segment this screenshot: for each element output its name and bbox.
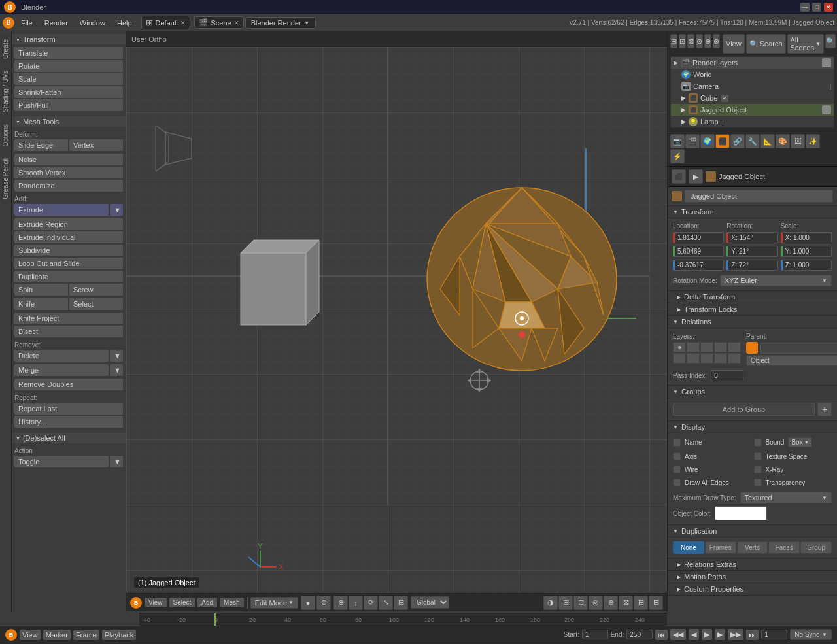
cursor-icon[interactable]: ⊕	[333, 596, 348, 610]
layer-8[interactable]	[700, 353, 713, 364]
search-icon-btn[interactable]: 🔍	[825, 34, 836, 48]
render-icon-8[interactable]: ⊟	[649, 596, 663, 610]
loop-cut-button[interactable]: Loop Cut and Slide	[14, 258, 123, 269]
knife-project-button[interactable]: Knife Project	[14, 313, 123, 324]
jump-end-button[interactable]: ⏭	[746, 630, 759, 640]
render-engine-selector[interactable]: Blender Render ▼	[245, 17, 316, 29]
duplication-header[interactable]: ▼ Duplication	[668, 525, 837, 537]
tree-item-jagged[interactable]: ▶ ⬛ Jagged Object	[671, 104, 834, 116]
parent-input[interactable]	[760, 343, 837, 354]
shrink-fatten-button[interactable]: Shrink/Fatten	[14, 86, 123, 98]
layer-4[interactable]	[714, 342, 727, 352]
extrude-dropdown[interactable]: ▼	[110, 204, 123, 216]
subdivide-button[interactable]: Subdivide	[14, 245, 123, 256]
rotation-mode-selector[interactable]: XYZ Euler ▼	[720, 275, 832, 286]
menu-file[interactable]: File	[16, 18, 38, 28]
global-selector[interactable]: Global	[411, 596, 449, 609]
motion-paths-header[interactable]: ▶ Motion Paths	[668, 571, 837, 583]
toggle-dropdown[interactable]: ▼	[110, 456, 123, 467]
select-button[interactable]: Select	[69, 298, 123, 310]
tree-item-cube[interactable]: ▶ ⬛ Cube ✔	[671, 92, 834, 104]
rot-y-field[interactable]: Y: 21°	[726, 246, 777, 257]
axis-checkbox[interactable]	[673, 452, 681, 460]
groups-header[interactable]: ▼ Groups	[668, 386, 837, 398]
delta-transform-header[interactable]: ▶ Delta Transform	[668, 291, 837, 303]
close-button[interactable]: ✕	[824, 3, 833, 12]
select-button-vp[interactable]: Select	[169, 598, 196, 607]
prop-icon-physics[interactable]: ⚡	[670, 149, 685, 163]
delete-button[interactable]: Delete	[14, 350, 109, 362]
mode-icon-2[interactable]: ⊙	[316, 596, 331, 610]
minimize-button[interactable]: —	[800, 3, 810, 12]
render-icon-2[interactable]: ⊞	[558, 596, 573, 610]
menu-help[interactable]: Help	[112, 18, 137, 28]
max-draw-selector[interactable]: Textured ▼	[740, 492, 832, 503]
render-icon-1[interactable]: ◑	[543, 596, 558, 610]
render-icon-7[interactable]: ⊞	[634, 596, 648, 610]
tree-item-lamp[interactable]: ▶ 💡 Lamp |	[671, 116, 834, 127]
transform-section-header[interactable]: ▼ Transform	[12, 34, 126, 44]
prop-icon-object[interactable]: ⬛	[715, 134, 730, 148]
outliner-icon-1[interactable]: ⊞	[670, 34, 677, 48]
add-group-plus[interactable]: +	[817, 402, 832, 416]
duplicate-button[interactable]: Duplicate	[14, 271, 123, 282]
extrude-individual-button[interactable]: Extrude Individual	[14, 231, 123, 243]
render-icon-4[interactable]: ◎	[589, 596, 603, 610]
transform-icon-3[interactable]: ⤡	[379, 596, 393, 610]
mesh-button-vp[interactable]: Mesh	[220, 598, 243, 607]
prop-icon-material[interactable]: 🎨	[776, 134, 790, 148]
side-tab-grease-pencil[interactable]: Grease Pencil	[1, 153, 10, 205]
renderlayers-pin[interactable]	[822, 58, 831, 67]
side-tab-options[interactable]: Options	[1, 119, 10, 152]
transform-icon-2[interactable]: ⟳	[364, 596, 378, 610]
screw-button[interactable]: Screw	[69, 284, 123, 296]
noise-button[interactable]: Noise	[14, 154, 123, 165]
play-button[interactable]: ▶	[702, 629, 712, 640]
draw-all-checkbox[interactable]	[673, 479, 681, 486]
render-icon-5[interactable]: ⊕	[604, 596, 618, 610]
object-color-swatch[interactable]	[715, 506, 767, 520]
layer-5[interactable]	[728, 342, 741, 352]
translate-button[interactable]: Translate	[14, 47, 123, 59]
transparency-checkbox[interactable]	[754, 479, 762, 486]
rotate-button[interactable]: Rotate	[14, 60, 123, 72]
xray-checkbox[interactable]	[754, 466, 762, 473]
layer-6[interactable]	[673, 353, 686, 364]
jump-start-button[interactable]: ⏮	[655, 630, 668, 640]
scene-selector[interactable]: 🎬 Scene ✕	[194, 16, 243, 29]
prop-icon-scene[interactable]: 🎬	[685, 134, 700, 148]
start-input[interactable]	[582, 630, 608, 639]
dup-none-button[interactable]: None	[673, 541, 704, 554]
outliner-icon-4[interactable]: ⊙	[696, 34, 703, 48]
object-type-selector[interactable]: Object ▼	[746, 355, 837, 366]
dup-frames-button[interactable]: Frames	[705, 541, 736, 554]
end-input[interactable]	[626, 630, 653, 639]
outliner-icon-5[interactable]: ⊕	[704, 34, 711, 48]
layer-7[interactable]	[687, 353, 700, 364]
viewport[interactable]: User Ortho	[126, 31, 667, 613]
custom-properties-header[interactable]: ▶ Custom Properties	[668, 583, 837, 596]
prop-icon-texture[interactable]: 🖼	[791, 134, 805, 148]
merge-button[interactable]: Merge	[14, 364, 109, 376]
extrude-region-button[interactable]: Extrude Region	[14, 218, 123, 230]
breadcrumb-icon-2[interactable]: ▶	[689, 169, 703, 184]
transform-icon-4[interactable]: ⊞	[394, 596, 408, 610]
bisect-button[interactable]: Bisect	[14, 326, 123, 337]
layer-3[interactable]	[700, 342, 713, 352]
timeline-playback[interactable]: Playback	[102, 630, 137, 640]
scale-z-field[interactable]: Z: 1.000	[781, 260, 832, 271]
tree-item-renderlayers[interactable]: ▶ 🎬 RenderLayers	[671, 57, 834, 69]
sync-selector[interactable]: No Sync ▼	[790, 629, 832, 640]
delete-dropdown[interactable]: ▼	[110, 350, 123, 362]
layer-1[interactable]	[673, 342, 686, 352]
scale-x-field[interactable]: X: 1.000	[781, 232, 832, 243]
mode-icon-1[interactable]: ●	[301, 596, 315, 610]
prev-key-button[interactable]: ◀◀	[670, 629, 686, 640]
tree-item-camera[interactable]: 📷 Camera |	[671, 80, 834, 92]
remove-doubles-button[interactable]: Remove Doubles	[14, 379, 123, 390]
menu-window[interactable]: Window	[75, 18, 111, 28]
mesh-tools-header[interactable]: ▼ Mesh Tools	[12, 116, 126, 127]
timeline-view[interactable]: View	[20, 630, 41, 640]
add-button-vp[interactable]: Add	[197, 598, 217, 607]
repeat-last-button[interactable]: Repeat Last	[14, 403, 123, 415]
